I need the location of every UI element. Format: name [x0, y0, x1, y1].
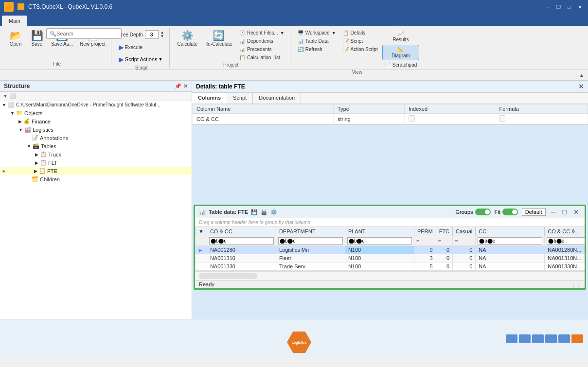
- details-close-button[interactable]: ✕: [578, 83, 584, 90]
- table-data-icon: 📊: [298, 38, 303, 44]
- col-casual[interactable]: Casual: [453, 227, 476, 236]
- calculation-list-button[interactable]: 📋 Calculation List: [237, 54, 287, 61]
- filter-cell-casual[interactable]: =: [453, 236, 476, 246]
- details-button[interactable]: 📋 Details: [340, 29, 380, 36]
- tree-root[interactable]: ▼ ⬜ C:\Users\MarkDiamond\OneDrive - Prim…: [0, 101, 192, 109]
- filter-input-co-cc[interactable]: [209, 237, 274, 245]
- col-department[interactable]: DEPARTMENT: [276, 227, 345, 236]
- col-cc[interactable]: CC: [476, 227, 545, 236]
- calculate-button[interactable]: ⚙️ Calculate: [175, 29, 200, 48]
- tree-item-fte[interactable]: ► ▶ 📋 FTE: [0, 167, 192, 175]
- save-button[interactable]: 💾 Save: [27, 29, 47, 48]
- mini-box-1: [506, 334, 517, 343]
- precedents-button[interactable]: 📊 Precedents: [237, 46, 287, 53]
- col-ftc[interactable]: FTC: [436, 227, 452, 236]
- tree-depth-down[interactable]: ▼: [160, 35, 164, 38]
- table-minimize-button[interactable]: ─: [550, 208, 557, 216]
- col-header-type: Type: [334, 105, 405, 114]
- col-co-cc[interactable]: CO & CC: [207, 227, 276, 236]
- tab-documentation[interactable]: Documentation: [253, 93, 301, 104]
- search-input[interactable]: [56, 31, 115, 36]
- filter-input-dept[interactable]: [278, 237, 343, 245]
- filter-cell-co-cc-ext[interactable]: [545, 236, 585, 246]
- restore-button[interactable]: ❐: [554, 2, 563, 11]
- structure-close-icon[interactable]: ✕: [183, 83, 188, 89]
- groups-switch[interactable]: [475, 209, 491, 215]
- minimize-button[interactable]: ─: [543, 2, 552, 11]
- search-box[interactable]: 🔍: [46, 28, 122, 39]
- tree-item-tables[interactable]: ▼ 🗃️ Tables: [0, 142, 192, 150]
- save-icon: 💾: [31, 31, 43, 40]
- action-script-button[interactable]: 📝 Action Script: [340, 46, 380, 53]
- groups-toggle[interactable]: Groups: [455, 209, 490, 215]
- script-view-button[interactable]: 📝 Script: [340, 37, 380, 45]
- table-row[interactable]: NA001310 Fleet N100 3 0 0 NA NA001310N..…: [196, 254, 585, 262]
- tree-item-children[interactable]: ▶ 🗂️ Children: [0, 175, 192, 183]
- tab-script[interactable]: Script: [227, 93, 253, 104]
- table-row[interactable]: NA001401 Warehousing N100 2 0 0 NA NA001…: [196, 271, 585, 272]
- fit-toggle[interactable]: Fit: [495, 209, 518, 215]
- row-arrow-icon: ►: [198, 248, 203, 253]
- tab-main[interactable]: Main: [2, 16, 27, 26]
- col-co-cc-ext[interactable]: CO & CC &...: [545, 227, 585, 236]
- col-plant[interactable]: PLANT: [345, 227, 414, 236]
- tree-item-annotations[interactable]: ▶ 📝 Annotations: [0, 134, 192, 142]
- refresh-button[interactable]: 🔄 Refresh: [295, 46, 339, 53]
- pin-icon[interactable]: 📌: [175, 83, 181, 89]
- diagram-button[interactable]: 📐 Diagram: [382, 45, 420, 60]
- filter-cell-perm[interactable]: =: [414, 236, 436, 246]
- recalculate-button[interactable]: 🔄 Re-Calculate: [202, 29, 235, 48]
- dependents-button[interactable]: 📊 Dependents: [237, 37, 287, 45]
- fit-switch[interactable]: [502, 209, 518, 215]
- maximize-button[interactable]: □: [565, 2, 573, 11]
- filter-cell-co-cc[interactable]: [207, 236, 276, 246]
- tree-item-flt[interactable]: ▶ 📋 FLT: [0, 158, 192, 167]
- table-maximize-button[interactable]: □: [561, 208, 568, 216]
- filter-cell-dept[interactable]: [276, 236, 345, 246]
- filter-input-co-cc-ext[interactable]: [547, 237, 585, 245]
- execute-button[interactable]: ▶ Execute: [116, 42, 167, 52]
- tab-columns[interactable]: Columns: [192, 93, 227, 104]
- open-button[interactable]: 📂 Open: [6, 29, 25, 48]
- table-data-button[interactable]: 📊 Table Data: [295, 37, 339, 45]
- title-bar: 🔶 CTS.QubeXL - QubeXL V1.0.0.6 ─ ❐ □ ✕: [0, 0, 588, 14]
- table-close-button[interactable]: ✕: [572, 208, 581, 216]
- filter-cell-cc[interactable]: [476, 236, 545, 246]
- tree-item-finance[interactable]: ▶ 💰 Finance: [0, 117, 192, 125]
- table-print-icon[interactable]: 🖨️: [261, 209, 267, 215]
- recent-files-button[interactable]: 🕐 Recent Files... ▼: [237, 29, 287, 36]
- tree-item-logistics[interactable]: ▼ 🏭 Logistics: [0, 125, 192, 134]
- tree-depth-input[interactable]: [145, 30, 159, 39]
- row-perm: 5: [414, 262, 436, 271]
- win-menu-icon[interactable]: [18, 3, 24, 10]
- horizontal-scrollbar[interactable]: [199, 273, 257, 279]
- collapse-button[interactable]: ▲: [579, 72, 584, 78]
- scratchpad-button[interactable]: 📄 Scratchpad: [382, 61, 420, 69]
- table-row[interactable]: NA001330 Trade Serv N100 5 0 0 NA NA0013…: [196, 262, 585, 271]
- filter-input-cc[interactable]: [478, 237, 542, 245]
- open-icon: 📂: [10, 31, 22, 40]
- script-actions-button[interactable]: ▶ Script Actions ▼: [116, 54, 167, 64]
- table-row[interactable]: ► NA001280 Logistics Mn N100 9 0 0 NA NA…: [196, 246, 585, 254]
- data-table-container[interactable]: ▼ CO & CC DEPARTMENT PLANT PERM FTC Casu…: [195, 227, 585, 271]
- default-dropdown[interactable]: Default: [522, 208, 546, 216]
- table-export-icon[interactable]: 💾: [251, 209, 258, 215]
- filter-cell-ftc[interactable]: =: [436, 236, 452, 246]
- workspace-label: Workspace: [305, 30, 330, 35]
- mini-box-2: [519, 334, 531, 343]
- filter-cell-plant[interactable]: [345, 236, 414, 246]
- tree-item-objects[interactable]: ▼ 📁 Objects: [0, 109, 192, 117]
- filter-icon[interactable]: ▼: [3, 93, 8, 99]
- close-button[interactable]: ✕: [575, 2, 584, 11]
- row-department: Warehousing: [276, 271, 345, 272]
- table-settings-icon[interactable]: ⚙️: [270, 209, 277, 215]
- finance-label: Finance: [32, 119, 51, 124]
- resize-handle[interactable]: ⋮⋮: [571, 282, 581, 287]
- col-perm[interactable]: PERM: [414, 227, 436, 236]
- filter-input-plant[interactable]: [347, 237, 412, 245]
- workspace-button[interactable]: 🖥️ Workspace ▼: [295, 29, 339, 36]
- results-button[interactable]: 📈 Results: [382, 29, 420, 44]
- script-view-label: Script: [351, 38, 363, 44]
- project-group-label: Project: [175, 61, 286, 68]
- tree-item-truck[interactable]: ▶ 📋 Truck: [0, 150, 192, 158]
